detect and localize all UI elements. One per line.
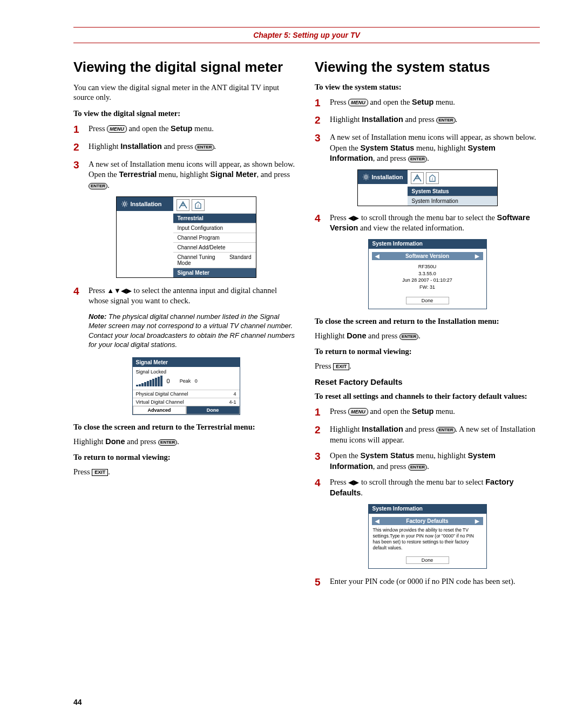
step-number: 4	[315, 213, 330, 234]
peak-label: Peak	[180, 378, 191, 384]
return-text: Press EXIT.	[315, 362, 540, 371]
enter-icon: ENTER	[436, 117, 455, 124]
left-arrow-icon: ◀	[375, 253, 379, 259]
page-number: 44	[73, 698, 82, 706]
svg-point-2	[364, 176, 367, 179]
chapter-title: Chapter 5: Setting up your TV	[73, 31, 540, 39]
advanced-button: Advanced	[133, 406, 186, 414]
left-heading: Viewing the digital signal meter	[73, 59, 299, 75]
enter-icon: ENTER	[195, 144, 214, 151]
enter-icon: ENTER	[408, 156, 427, 162]
close-heading: To close the screen and return to the In…	[315, 317, 540, 326]
step-text: Press MENU and open the Setup menu.	[330, 406, 455, 419]
menu-row: Terrestrial	[173, 213, 256, 223]
signal-row: Physical Digital Channel4	[133, 390, 240, 398]
done-button: Done	[406, 556, 449, 564]
arrow-icons: ◀▶	[348, 214, 359, 222]
enter-icon: ENTER	[408, 464, 427, 471]
step-number: 1	[73, 124, 89, 136]
right-arrow-icon: ▶	[475, 253, 479, 259]
gear-icon	[362, 173, 370, 181]
step-number: 5	[315, 576, 330, 589]
enter-icon: ENTER	[158, 439, 177, 446]
signal-row: Virtual Digital Channel4-1	[133, 398, 240, 406]
info-icon: i	[426, 172, 439, 184]
system-info-screenshot: System Information ◀Software Version▶ RF…	[368, 239, 487, 309]
menu-row: Channel Add/Delete	[173, 242, 256, 252]
signal-locked: Signal Locked	[136, 369, 236, 375]
info-icon: i	[192, 199, 205, 211]
return-heading: To return to normal viewing:	[315, 347, 540, 356]
menu-icon: MENU	[348, 99, 368, 106]
installation-menu-screenshot-sm: Installation i System Status System Info…	[357, 169, 498, 206]
installation-menu-screenshot: Installation i Terrestrial Input Configu…	[116, 196, 256, 278]
arrow-icons: ▲▼◀▶	[107, 287, 132, 295]
step-text: Highlight Installation and press ENTER.	[330, 114, 457, 127]
step-text: Highlight Installation and press ENTER.	[89, 141, 216, 154]
svg-text:i: i	[197, 203, 199, 208]
enter-icon: ENTER	[399, 334, 418, 340]
step-number: 2	[315, 114, 330, 127]
return-text: Press EXIT.	[73, 467, 299, 477]
close-heading: To close the screen and return to the Te…	[73, 423, 299, 432]
step-text: A new set of Installation menu icons wil…	[330, 132, 540, 164]
enter-icon: ENTER	[436, 427, 455, 433]
sys-title: System Information	[368, 504, 487, 513]
factory-text: This window provides the ability to rese…	[372, 525, 483, 553]
step-number: 2	[315, 424, 330, 445]
gear-icon	[121, 200, 128, 208]
right-heading: Viewing the system status	[315, 59, 540, 75]
svg-point-0	[123, 202, 126, 205]
exit-icon: EXIT	[92, 469, 108, 476]
step-text: Press ◀▶ to scroll through the menu bar …	[330, 213, 540, 234]
step-number: 3	[315, 132, 330, 164]
step-text: A new set of Installation menu icons wil…	[89, 159, 299, 191]
step-text: Enter your PIN code (or 0000 if no PIN c…	[330, 576, 515, 589]
step-number: 3	[73, 159, 89, 191]
close-text: Highlight Done and press ENTER.	[73, 437, 299, 446]
step-text: Open the System Status menu, highlight S…	[330, 451, 540, 472]
step-text: Press MENU and open the Setup menu.	[330, 97, 455, 110]
menu-icon: MENU	[107, 125, 127, 133]
step-text: Press ▲▼◀▶ to select the antenna input a…	[89, 285, 299, 307]
svg-text:i: i	[431, 176, 433, 181]
exit-icon: EXIT	[333, 363, 349, 370]
step-text: Highlight Installation and press ENTER. …	[330, 424, 540, 445]
step-number: 3	[315, 451, 330, 472]
antenna-icon	[411, 172, 424, 184]
signal-title: Signal Meter	[133, 358, 240, 367]
install-tab: Installation	[358, 170, 408, 184]
sys-title: System Information	[368, 239, 487, 248]
step-number: 4	[315, 477, 330, 498]
menu-icon: MENU	[348, 408, 368, 416]
done-button: Done	[186, 406, 240, 414]
peak-value: 0	[195, 378, 198, 384]
menu-row-active: Signal Meter	[173, 268, 256, 277]
step-number: 2	[73, 141, 89, 154]
left-sub1: To view the digital signal meter:	[73, 109, 299, 118]
antenna-icon	[177, 199, 189, 211]
step-number: 1	[315, 97, 330, 110]
signal-value: 0	[167, 378, 170, 384]
reset-heading: Reset Factory Defaults	[315, 377, 540, 386]
left-intro: You can view the digital signal meter in…	[73, 83, 299, 103]
enter-icon: ENTER	[89, 183, 107, 189]
arrow-icons: ◀▶	[348, 478, 359, 486]
return-heading: To return to normal viewing:	[73, 453, 299, 462]
install-tab: Installation	[117, 197, 173, 211]
signal-bars	[136, 376, 162, 386]
step-number: 4	[73, 285, 89, 307]
left-arrow-icon: ◀	[375, 518, 379, 524]
right-arrow-icon: ▶	[475, 518, 479, 524]
signal-meter-screenshot: Signal Meter Signal Locked 0 Peak 0 Phys…	[132, 357, 240, 415]
close-text: Highlight Done and press ENTER.	[315, 331, 540, 341]
done-button: Done	[406, 297, 449, 304]
menu-row: Channel Program	[173, 233, 256, 242]
step-number: 1	[315, 406, 330, 419]
sys-scroll: ◀Factory Defaults▶	[372, 517, 483, 525]
sys-scroll: ◀Software Version▶	[372, 252, 483, 260]
note-block: Note: The physical digital channel numbe…	[89, 312, 299, 350]
sys-content: RF350U 3.3.55.0 Jun 28 2007 - 01:10:27 F…	[372, 260, 483, 294]
reset-sub: To reset all settings and channels to th…	[315, 392, 540, 401]
step-text: Press MENU and open the Setup menu.	[89, 124, 214, 136]
